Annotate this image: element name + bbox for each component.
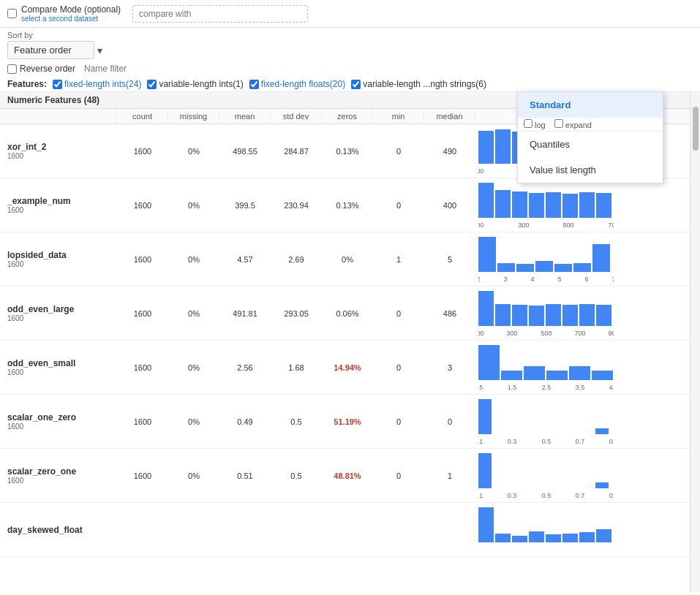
name-filter-input[interactable] [84,64,194,74]
mean-cell: 399.5 [219,199,271,212]
stddev-cell: 0.5 [271,415,322,428]
feat-name-text: _example_num [7,196,110,206]
svg-text:0.3: 0.3 [508,438,517,444]
features-label: Features: [7,79,47,89]
max-cell: 0.10.30.50.70.9 [475,449,622,502]
svg-text:700: 700 [574,330,585,336]
median-cell: 486 [424,307,475,320]
count-cell [117,528,168,532]
missing-cell: 0% [168,415,219,428]
log-expand-row: log expand [518,118,663,131]
stddev-cell: 2.69 [271,253,322,266]
svg-text:2: 2 [478,276,481,282]
svg-text:6: 6 [584,276,588,282]
feature-type-var-ints-checkbox[interactable] [147,80,157,89]
feat-name-text: day_skewed_float [7,525,110,535]
svg-text:7: 7 [611,276,614,282]
compare-with-input[interactable] [132,5,308,23]
svg-text:0.7: 0.7 [576,438,585,444]
table-row: odd_even_large 1600 1600 0% 491.81 293.0… [0,287,690,341]
stddev-cell: 293.05 [271,307,322,320]
max-cell: 234567 [475,232,622,286]
stddev-cell [271,528,322,532]
feature-type-fixed-floats-checkbox[interactable] [249,80,259,89]
svg-text:500: 500 [562,221,573,228]
log-label[interactable]: log [524,119,546,129]
feature-type-fixed-ints-checkbox[interactable] [53,80,62,89]
min-cell: 0 [373,199,424,212]
scrollbar-thumb[interactable] [693,107,699,151]
feat-name-text: scalar_one_zero [7,412,110,422]
col-header-count: count [117,109,168,124]
compare-mode-checkbox[interactable] [7,9,17,18]
svg-rect-93 [579,532,595,542]
feature-type-var-strings[interactable]: variable-length ...ngth strings(6) [351,79,486,89]
feature-type-fixed-ints-label: fixed-length ints(24) [64,79,141,89]
median-cell: 5 [424,253,475,266]
reverse-order-label[interactable]: Reverse order [7,64,75,74]
svg-rect-12 [512,192,527,218]
svg-rect-1 [495,129,511,164]
scrollbar-area[interactable] [690,92,700,592]
reverse-order-checkbox[interactable] [7,64,17,74]
svg-rect-49 [501,371,522,380]
log-checkbox[interactable] [524,119,532,128]
svg-rect-92 [562,534,578,542]
svg-text:900: 900 [608,330,614,336]
median-cell: 3 [424,361,475,374]
log-text: log [535,121,546,129]
svg-rect-38 [529,306,544,326]
dropdown-quantiles[interactable]: Quantiles [518,132,663,157]
svg-text:0.5: 0.5 [478,384,483,390]
svg-rect-35 [478,291,494,326]
missing-cell: 0% [168,253,219,266]
col-header-stddev: std dev [271,109,322,124]
min-cell: 0 [373,469,424,482]
svg-text:0.9: 0.9 [609,492,614,499]
count-cell: 1600 [117,253,168,266]
dropdown-value-list-length[interactable]: Value list length [518,157,663,183]
sort-select[interactable]: Feature order [7,41,94,59]
svg-rect-16 [579,192,595,218]
feature-type-var-ints[interactable]: variable-length ints(1) [147,79,243,89]
svg-text:3.5: 3.5 [576,384,585,390]
col-header-min: min [373,109,424,124]
expand-label[interactable]: expand [554,119,592,129]
rows-container: xor_int_2 1600 1600 0% 498.55 284.87 0.1… [0,124,690,557]
expand-checkbox[interactable] [554,119,563,128]
feat-name-cell: xor_int_2 1600 [0,137,117,164]
zeros-cell [322,528,373,532]
max-cell [475,503,622,556]
zeros-cell: 14.94% [322,361,373,374]
feature-type-var-strings-label: variable-length ...ngth strings(6) [363,79,486,89]
svg-rect-89 [512,536,527,542]
stddev-cell: 1.68 [271,361,322,374]
svg-rect-59 [478,399,492,434]
svg-rect-67 [595,428,609,434]
table-row: lopsided_data 1600 1600 0% 4.57 2.69 0% … [0,232,690,287]
dropdown-standard[interactable]: Standard [518,92,663,118]
svg-text:3: 3 [503,276,507,282]
mean-cell: 4.57 [219,253,271,266]
min-cell [373,528,424,532]
min-cell: 0 [373,361,424,374]
svg-text:4: 4 [530,276,534,282]
svg-rect-94 [596,529,611,542]
feature-type-var-strings-checkbox[interactable] [351,80,361,89]
svg-text:700: 700 [608,221,614,228]
svg-rect-25 [535,261,553,272]
table-row: scalar_one_zero 1600 1600 0% 0.49 0.5 51… [0,395,690,449]
feature-type-fixed-floats[interactable]: fixed-length floats(20) [249,79,345,89]
zeros-cell: 51.19% [322,415,373,428]
svg-rect-52 [569,366,590,380]
table-row: scalar_zero_one 1600 1600 0% 0.51 0.5 48… [0,449,690,503]
svg-rect-24 [516,264,534,272]
svg-rect-0 [478,131,494,164]
feat-name-text: scalar_zero_one [7,466,110,477]
feature-type-fixed-ints[interactable]: fixed-length ints(24) [53,79,141,89]
feat-count-text: 1600 [7,206,110,214]
feat-name-cell: odd_even_small 1600 [0,354,117,381]
mean-cell: 2.56 [219,361,271,374]
features-row: Features: fixed-length ints(24) variable… [0,77,700,92]
svg-text:0.5: 0.5 [542,438,552,444]
